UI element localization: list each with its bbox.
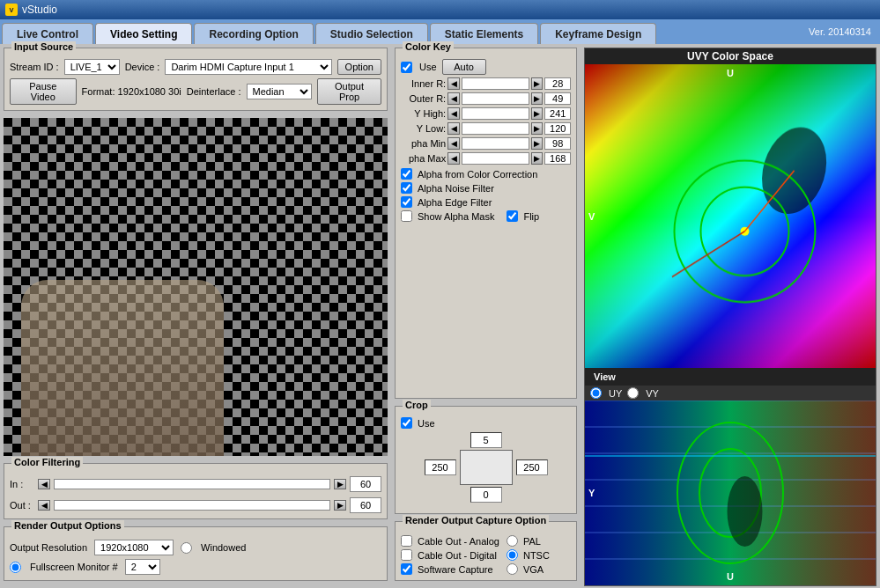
- left-panel: Input Source Stream ID : LIVE_1 Device :…: [0, 44, 391, 588]
- fullscreen-radio[interactable]: [10, 562, 21, 573]
- ck-y-low-label: Y Low:: [401, 123, 446, 134]
- alpha-correction-checkbox[interactable]: [401, 168, 412, 180]
- stream-id-select[interactable]: LIVE_1: [64, 59, 120, 75]
- pause-video-button[interactable]: Pause Video: [10, 78, 77, 105]
- vy-radio[interactable]: [627, 387, 639, 399]
- cf-in-right-btn[interactable]: ▶: [334, 479, 346, 489]
- vga-radio[interactable]: [507, 563, 518, 575]
- ck-inner-r-left[interactable]: ◀: [447, 77, 460, 90]
- tab-video-setting[interactable]: Video Setting: [95, 23, 192, 44]
- ck-inner-r-value[interactable]: 28: [544, 77, 571, 90]
- cf-out-slider[interactable]: [54, 500, 330, 511]
- ck-pha-max-value[interactable]: 168: [544, 152, 571, 165]
- uvy-v-label: V: [588, 211, 595, 222]
- uvy-top-chart: U V: [585, 64, 876, 368]
- crop-top-value[interactable]: 5: [470, 432, 502, 448]
- cf-in-value[interactable]: 60: [350, 476, 381, 492]
- device-select[interactable]: Darim HDMI Capture Input 1: [165, 59, 331, 75]
- ck-y-high-track[interactable]: [462, 107, 529, 120]
- app-title: vStudio: [22, 4, 57, 16]
- auto-button[interactable]: Auto: [442, 59, 486, 75]
- render-output-options-label: Render Output Options: [11, 520, 124, 531]
- tab-keyframe-design[interactable]: Keyframe Design: [540, 23, 656, 44]
- fullscreen-label: Fullscreen Monitor #: [30, 562, 118, 572]
- ck-y-high-value[interactable]: 241: [544, 107, 571, 120]
- cf-out-right-btn[interactable]: ▶: [334, 500, 346, 511]
- render-output-options-group: Render Output Options Output Resolution …: [4, 526, 388, 581]
- show-alpha-checkbox[interactable]: [401, 210, 412, 222]
- uvy-u-top-label: U: [727, 68, 734, 78]
- vy-label: VY: [646, 388, 659, 399]
- resolution-select[interactable]: 1920x1080: [94, 540, 174, 555]
- uy-label: UY: [609, 388, 622, 399]
- option-button[interactable]: Option: [337, 59, 381, 75]
- ck-pha-min-value[interactable]: 98: [544, 137, 571, 150]
- video-preview: [4, 118, 388, 456]
- ck-pha-min-left[interactable]: ◀: [447, 137, 460, 150]
- ck-y-high-right[interactable]: ▶: [531, 107, 544, 120]
- windowed-radio[interactable]: [181, 542, 192, 554]
- alpha-noise-label: Alpha Noise Filter: [418, 183, 494, 194]
- color-filtering-group: Color Filtering In : ◀ ▶ 60 Out : ◀ ▶ 60: [4, 463, 388, 519]
- software-capture-checkbox[interactable]: [401, 563, 412, 575]
- ck-y-low-track[interactable]: [462, 122, 529, 135]
- vga-label: VGA: [523, 564, 544, 575]
- cable-analog-checkbox[interactable]: [401, 535, 412, 547]
- uvy-y-label: Y: [588, 488, 595, 498]
- crop-use-checkbox[interactable]: [401, 417, 412, 429]
- deinterlace-label: Deinterlace :: [187, 86, 241, 97]
- cf-in-label: In :: [10, 479, 34, 489]
- view-label: View: [590, 370, 619, 384]
- crop-use-label: Use: [418, 418, 435, 429]
- uy-radio[interactable]: [590, 387, 602, 399]
- input-source-group: Input Source Stream ID : LIVE_1 Device :…: [4, 48, 388, 111]
- titlebar: v vStudio: [0, 0, 880, 19]
- cf-out-value[interactable]: 60: [350, 497, 381, 513]
- ck-outer-r-label: Outer R:: [401, 93, 446, 104]
- input-source-label: Input Source: [11, 41, 76, 52]
- crop-left-value[interactable]: 250: [425, 459, 456, 475]
- color-key-use-checkbox[interactable]: [401, 62, 412, 73]
- ck-y-low-right[interactable]: ▶: [531, 122, 544, 135]
- ck-pha-min-right[interactable]: ▶: [531, 137, 544, 150]
- ck-y-low-left[interactable]: ◀: [447, 122, 460, 135]
- cf-in-left-btn[interactable]: ◀: [38, 479, 50, 489]
- cable-digital-label: Cable Out - Digital: [418, 550, 497, 561]
- ck-inner-r-track[interactable]: [462, 77, 529, 90]
- cf-in-slider[interactable]: [54, 479, 330, 489]
- ck-inner-r-right[interactable]: ▶: [531, 77, 544, 90]
- alpha-edge-checkbox[interactable]: [401, 196, 412, 208]
- alpha-noise-checkbox[interactable]: [401, 182, 412, 194]
- ck-pha-min-track[interactable]: [462, 137, 529, 150]
- monitor-select[interactable]: 2: [125, 559, 160, 575]
- render-capture-group: Render Output Capture Option Cable Out -…: [395, 521, 577, 581]
- ck-y-low-value[interactable]: 120: [544, 122, 571, 135]
- ck-rows: Inner R: ◀ ▶ 28 Outer R: ◀ ▶ 49 Y High: …: [401, 77, 571, 165]
- cf-out-left-btn[interactable]: ◀: [38, 500, 50, 511]
- ck-pha-max-left[interactable]: ◀: [447, 152, 460, 165]
- crop-bottom-value[interactable]: 0: [470, 487, 502, 503]
- color-key-group: Color Key Use Auto Inner R: ◀ ▶ 28 Outer…: [395, 48, 577, 399]
- output-resolution-label: Output Resolution: [10, 542, 87, 553]
- flip-checkbox[interactable]: [507, 210, 518, 222]
- ck-inner-r-label: Inner R:: [401, 78, 446, 89]
- ck-pha-max-right[interactable]: ▶: [531, 152, 544, 165]
- ck-pha-max-track[interactable]: [462, 152, 529, 165]
- ck-outer-r-left[interactable]: ◀: [447, 92, 460, 105]
- tab-recording-option[interactable]: Recording Option: [194, 23, 313, 44]
- version-label: Ver. 20140314: [809, 26, 878, 37]
- deinterlace-select[interactable]: Median: [247, 84, 313, 99]
- ntsc-radio[interactable]: [507, 549, 518, 561]
- ck-outer-r-value[interactable]: 49: [544, 92, 571, 105]
- crop-right-value[interactable]: 250: [516, 459, 548, 475]
- crop-group: Crop Use 5 250 250 0: [395, 406, 577, 514]
- ck-y-high-left[interactable]: ◀: [447, 107, 460, 120]
- ck-pha-max-label: pha Max: [401, 153, 446, 164]
- cable-digital-checkbox[interactable]: [401, 549, 412, 561]
- pal-radio[interactable]: [507, 535, 518, 547]
- pal-label: PAL: [523, 536, 541, 547]
- crop-box: [460, 450, 513, 485]
- ck-outer-r-track[interactable]: [462, 92, 529, 105]
- output-prop-button[interactable]: Output Prop: [317, 78, 381, 105]
- ck-outer-r-right[interactable]: ▶: [531, 92, 544, 105]
